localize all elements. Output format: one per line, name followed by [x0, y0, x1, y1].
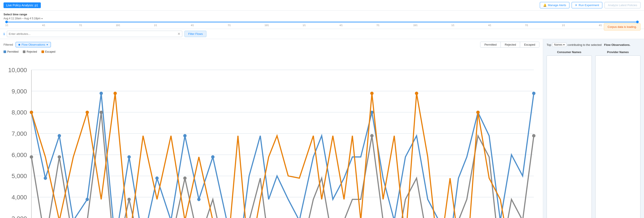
- live-policy-badge: Live Policy Analysis: p1: [4, 2, 41, 8]
- svg-point-44: [100, 110, 103, 114]
- chart-area: 10,000 9,000 8,000 7,000 6,000 5,000 4,0…: [4, 55, 539, 218]
- tab-escaped[interactable]: Escaped: [520, 42, 539, 47]
- time-range-title: Select time range: [4, 13, 640, 16]
- svg-text:5,000: 5,000: [12, 172, 27, 180]
- svg-point-36: [197, 198, 200, 201]
- svg-text:9,000: 9,000: [12, 88, 27, 95]
- filtered-row: Filtered Flow Observations ▾ Permitted R…: [4, 42, 539, 48]
- slider-thumb-right[interactable]: [636, 20, 639, 23]
- manage-alerts-button[interactable]: 🔔 Manage Alerts: [540, 2, 570, 8]
- chart-legend: Permitted Rejected Escaped: [4, 50, 539, 53]
- filtered-label: Filtered: [4, 43, 13, 46]
- svg-point-42: [30, 155, 33, 158]
- clear-icon[interactable]: ✕: [178, 32, 180, 36]
- svg-point-26: [58, 134, 61, 137]
- right-panel: Top Names ▾ contributing to the selected…: [543, 39, 644, 218]
- svg-text:8,000: 8,000: [12, 109, 27, 116]
- time-range-subtitle[interactable]: Aug 4 11:18am – Aug 4 5:18pm ▾: [4, 17, 640, 20]
- svg-point-45: [128, 198, 131, 201]
- contributing-grid: Consumer Names Provider Names: [546, 50, 640, 218]
- chevron-down-icon: ▾: [42, 17, 42, 20]
- experiment-icon: ✈: [575, 4, 577, 7]
- filter-flows-button[interactable]: Filter Flows: [184, 31, 206, 37]
- svg-point-43: [58, 155, 61, 158]
- svg-point-29: [100, 92, 103, 95]
- svg-text:7,000: 7,000: [12, 130, 27, 137]
- provider-names-title: Provider Names: [595, 50, 640, 54]
- header: Live Policy Analysis: p1 🔔 Manage Alerts…: [0, 0, 644, 10]
- svg-text:6,000: 6,000: [12, 152, 27, 158]
- svg-point-53: [415, 92, 418, 95]
- legend-dot-escaped: [42, 50, 44, 53]
- attribute-input-wrap: ✕: [7, 31, 182, 37]
- consumer-column: Consumer Names: [546, 50, 592, 218]
- bell-icon: 🔔: [543, 4, 546, 7]
- legend-permitted: Permitted: [4, 50, 18, 53]
- legend-dot-rejected: [23, 50, 26, 53]
- slider-labels: 1/1 4/1 7/1 10/1 1/1 4/1 7/1 10/1 1/1 4/…: [5, 24, 639, 26]
- header-right: 🔔 Manage Alerts ✈ Run Experiment Analyze…: [540, 2, 640, 8]
- run-experiment-button[interactable]: ✈ Run Experiment: [572, 2, 602, 8]
- slider-thumb-left[interactable]: [5, 20, 8, 23]
- attribute-input[interactable]: [9, 32, 178, 36]
- svg-point-51: [114, 92, 117, 95]
- header-left: Live Policy Analysis: p1: [4, 2, 41, 8]
- flow-observations-button[interactable]: Flow Observations ▾: [16, 42, 51, 47]
- consumer-names-list: [546, 56, 592, 218]
- svg-point-46: [183, 176, 186, 180]
- tab-permitted[interactable]: Permitted: [480, 42, 501, 47]
- top-contributing-header: Top Names ▾ contributing to the selected…: [546, 42, 640, 47]
- dot-blue-icon: [18, 44, 20, 46]
- svg-point-35: [183, 134, 186, 137]
- analyze-policies-button[interactable]: Analyze Latest Policies: [604, 2, 640, 8]
- consumer-names-title: Consumer Names: [546, 50, 592, 54]
- svg-point-37: [211, 155, 214, 158]
- svg-point-52: [370, 92, 374, 95]
- svg-point-33: [155, 176, 158, 180]
- chart-panel: Filtered Flow Observations ▾ Permitted R…: [0, 39, 543, 218]
- svg-point-28: [86, 198, 89, 201]
- legend-dot-permitted: [4, 50, 6, 53]
- svg-point-31: [128, 155, 131, 158]
- svg-point-25: [44, 176, 47, 180]
- info-icon: ℹ: [4, 32, 4, 36]
- svg-text:4,000: 4,000: [12, 194, 27, 201]
- chevron-down-icon: ▾: [563, 43, 564, 46]
- slider-track: [5, 22, 639, 22]
- svg-text:10,000: 10,000: [8, 67, 27, 74]
- svg-point-50: [86, 110, 89, 114]
- line-chart: 10,000 9,000 8,000 7,000 6,000 5,000 4,0…: [4, 55, 539, 218]
- chevron-down-icon: ▾: [46, 43, 48, 46]
- svg-point-48: [532, 134, 536, 137]
- provider-names-list: [595, 56, 640, 218]
- time-slider[interactable]: 1/1 4/1 7/1 10/1 1/1 4/1 7/1 10/1 1/1 4/…: [4, 22, 640, 26]
- main-content: Filtered Flow Observations ▾ Permitted R…: [0, 39, 644, 218]
- time-range-section: Select time range Aug 4 11:18am – Aug 4 …: [0, 10, 644, 29]
- svg-point-41: [532, 92, 536, 95]
- provider-column: Provider Names: [595, 50, 640, 218]
- svg-point-49: [30, 110, 33, 114]
- tab-rejected[interactable]: Rejected: [501, 42, 520, 47]
- chart-tab-group: Permitted Rejected Escaped: [480, 42, 539, 48]
- svg-text:3,000: 3,000: [12, 215, 27, 218]
- corpus-notice: Corpus data is loading.: [604, 23, 640, 30]
- svg-point-54: [476, 110, 480, 114]
- names-dropdown-button[interactable]: Names ▾: [552, 42, 566, 47]
- svg-point-47: [370, 134, 374, 137]
- filter-bar: ℹ ✕ Filter Flows: [0, 29, 644, 39]
- legend-escaped: Escaped: [42, 50, 56, 53]
- legend-rejected: Rejected: [23, 50, 37, 53]
